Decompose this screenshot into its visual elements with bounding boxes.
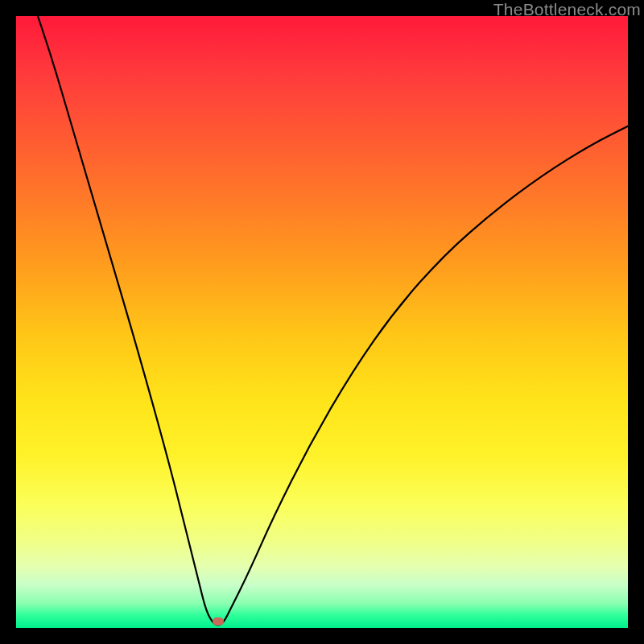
optimal-point-marker — [213, 617, 224, 625]
bottleneck-curve-path — [16, 16, 628, 625]
chart-plot-area — [16, 16, 628, 628]
watermark-text: TheBottleneck.com — [493, 0, 641, 19]
bottleneck-curve-svg — [16, 16, 628, 628]
